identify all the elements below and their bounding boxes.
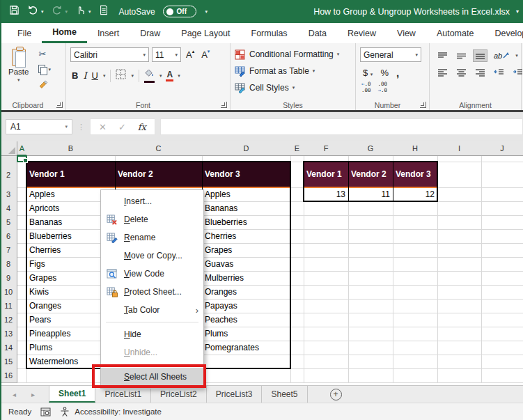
title-dropdown-icon[interactable]: ▾ bbox=[516, 8, 519, 15]
cell-E2[interactable] bbox=[290, 162, 304, 188]
paste-button[interactable]: Paste ▾ bbox=[4, 47, 33, 99]
column-header-B[interactable]: B bbox=[26, 141, 116, 156]
cell-G2[interactable]: Vendor 2 bbox=[348, 162, 393, 188]
cell-F5[interactable] bbox=[304, 215, 349, 230]
redo-icon[interactable] bbox=[52, 5, 63, 18]
sheet-tab-sheet5[interactable]: Sheet5 bbox=[262, 386, 307, 403]
cell-D9[interactable]: Mulberries bbox=[202, 271, 291, 286]
cell-H16[interactable] bbox=[393, 368, 438, 383]
menu-item-protect-sheet[interactable]: Protect Sheet... bbox=[101, 283, 203, 301]
menu-item-rename[interactable]: Rename bbox=[101, 228, 203, 247]
cell-D4[interactable]: Bananas bbox=[202, 201, 291, 216]
cell-J16[interactable] bbox=[481, 368, 523, 383]
cell-D16[interactable] bbox=[202, 368, 291, 383]
column-header-G[interactable]: G bbox=[348, 141, 393, 156]
undo-dropdown-icon[interactable]: ▾ bbox=[41, 9, 44, 15]
tab-home[interactable]: Home bbox=[42, 23, 87, 43]
cell-F11[interactable] bbox=[304, 299, 349, 313]
cell-D7[interactable]: Grapes bbox=[202, 243, 291, 258]
menu-item-tab-color[interactable]: Tab Color› bbox=[101, 301, 203, 319]
cell-F13[interactable] bbox=[304, 327, 349, 341]
format-as-table-button[interactable]: Format as Table▾ bbox=[235, 64, 351, 78]
cell-I7[interactable] bbox=[437, 243, 482, 258]
cell-A16[interactable] bbox=[17, 368, 27, 383]
cell-J7[interactable] bbox=[481, 243, 523, 258]
menu-item-insert[interactable]: Insert... bbox=[101, 192, 203, 210]
format-painter-button[interactable] bbox=[38, 79, 51, 91]
redo-dropdown-icon[interactable]: ▾ bbox=[65, 9, 68, 15]
middle-align-button[interactable] bbox=[454, 49, 469, 62]
underline-button[interactable]: U bbox=[92, 70, 98, 81]
cell-G6[interactable] bbox=[348, 229, 393, 244]
cell-H12[interactable] bbox=[393, 313, 438, 327]
cell-D10[interactable]: Oranges bbox=[202, 285, 291, 300]
decrease-decimal-button[interactable]: .00→.0 bbox=[378, 81, 388, 93]
cell-I2[interactable] bbox=[437, 162, 482, 188]
font-color-button[interactable]: A bbox=[166, 70, 173, 81]
cell-F16[interactable] bbox=[304, 368, 349, 383]
cell-E5[interactable] bbox=[290, 215, 304, 230]
cell-G4[interactable] bbox=[348, 201, 393, 216]
cell-J4[interactable] bbox=[481, 201, 523, 216]
row-header-8[interactable]: 8 bbox=[0, 257, 17, 272]
cell-I14[interactable] bbox=[437, 341, 482, 355]
menu-item-select-all-sheets[interactable]: Select All Sheets bbox=[101, 368, 203, 386]
column-header-C[interactable]: C bbox=[115, 141, 203, 156]
cell-J9[interactable] bbox=[481, 271, 523, 286]
cell-A10[interactable] bbox=[17, 285, 27, 300]
name-box[interactable]: A1 ▾ bbox=[6, 119, 72, 134]
percent-style-button[interactable]: % bbox=[380, 68, 389, 78]
cell-A3[interactable] bbox=[17, 187, 27, 202]
touch-mode-dropdown-icon[interactable]: ▾ bbox=[88, 9, 91, 15]
cell-G5[interactable] bbox=[348, 215, 393, 230]
cell-H11[interactable] bbox=[393, 299, 438, 313]
cell-G16[interactable] bbox=[348, 368, 393, 383]
autosave-toggle[interactable]: Off bbox=[163, 6, 196, 17]
cell-G8[interactable] bbox=[348, 257, 393, 272]
cell-H7[interactable] bbox=[393, 243, 438, 258]
cell-H14[interactable] bbox=[393, 341, 438, 355]
tab-review[interactable]: Review bbox=[337, 23, 387, 43]
decrease-font-size-button[interactable]: A▾ bbox=[199, 49, 212, 60]
row-header-2[interactable]: 2 bbox=[0, 162, 17, 188]
column-header-H[interactable]: H bbox=[393, 141, 438, 156]
active-cell-A1[interactable] bbox=[17, 155, 27, 162]
center-button[interactable] bbox=[454, 66, 469, 79]
increase-decimal-button[interactable]: ←.0.00 bbox=[361, 81, 371, 93]
cell-J11[interactable] bbox=[481, 299, 523, 313]
underline-dropdown-icon[interactable]: ▾ bbox=[103, 73, 106, 79]
cell-I8[interactable] bbox=[437, 257, 482, 272]
cell-D3[interactable]: Apples bbox=[202, 187, 291, 202]
cell-E11[interactable] bbox=[290, 299, 304, 313]
font-dialog-launcher[interactable] bbox=[221, 102, 227, 108]
fill-color-button[interactable] bbox=[144, 68, 155, 83]
orientation-button[interactable]: ab bbox=[492, 49, 511, 62]
cell-J15[interactable] bbox=[481, 355, 523, 369]
row-header-14[interactable]: 14 bbox=[0, 341, 17, 355]
cell-E15[interactable] bbox=[290, 355, 304, 369]
clipboard-dialog-launcher[interactable] bbox=[56, 102, 63, 108]
accessibility-icon[interactable] bbox=[60, 407, 70, 417]
cell-F3[interactable]: 13 bbox=[304, 187, 349, 202]
fill-color-dropdown-icon[interactable]: ▾ bbox=[159, 73, 162, 79]
qat-customize-icon[interactable]: ▾ bbox=[205, 9, 208, 15]
cell-E8[interactable] bbox=[290, 257, 304, 272]
quick-print-icon[interactable] bbox=[99, 5, 109, 18]
bottom-align-button[interactable] bbox=[473, 49, 487, 62]
cell-E6[interactable] bbox=[290, 229, 304, 244]
tab-page-layout[interactable]: Page Layout bbox=[171, 23, 240, 43]
tab-data[interactable]: Data bbox=[298, 23, 337, 43]
row-header-3[interactable]: 3 bbox=[0, 187, 17, 202]
cell-E9[interactable] bbox=[290, 271, 304, 286]
tab-insert[interactable]: Insert bbox=[87, 23, 130, 43]
cell-F14[interactable] bbox=[304, 341, 349, 355]
tab-automate[interactable]: Automate bbox=[426, 23, 485, 43]
row-header-7[interactable]: 7 bbox=[0, 243, 17, 258]
cell-G9[interactable] bbox=[348, 271, 393, 286]
save-icon[interactable] bbox=[9, 5, 19, 18]
cell-H2[interactable]: Vendor 3 bbox=[393, 162, 438, 188]
cell-E10[interactable] bbox=[290, 285, 304, 300]
row-header-13[interactable]: 13 bbox=[0, 327, 17, 341]
cell-J13[interactable] bbox=[481, 327, 523, 341]
cell-E12[interactable] bbox=[290, 313, 304, 327]
